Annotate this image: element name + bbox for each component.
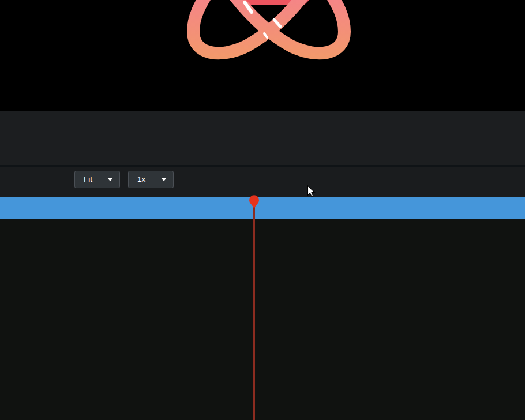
playhead-line bbox=[253, 205, 255, 420]
preview-panel-lower bbox=[0, 111, 525, 165]
playhead-marker[interactable] bbox=[248, 195, 260, 209]
timeline-track[interactable] bbox=[0, 197, 525, 219]
playback-speed-value: 1x bbox=[137, 175, 145, 183]
zoom-level-select[interactable]: Fit bbox=[74, 171, 120, 188]
chevron-down-icon bbox=[161, 178, 167, 181]
chevron-down-icon bbox=[107, 178, 113, 181]
zoom-level-value: Fit bbox=[84, 175, 92, 183]
preview-stage bbox=[0, 0, 525, 111]
workspace-area bbox=[0, 219, 525, 420]
logo-animation bbox=[183, 0, 354, 63]
playback-speed-select[interactable]: 1x bbox=[128, 171, 174, 188]
animation-player: Fit 1x bbox=[0, 0, 525, 420]
player-toolbar: Fit 1x bbox=[0, 167, 525, 197]
